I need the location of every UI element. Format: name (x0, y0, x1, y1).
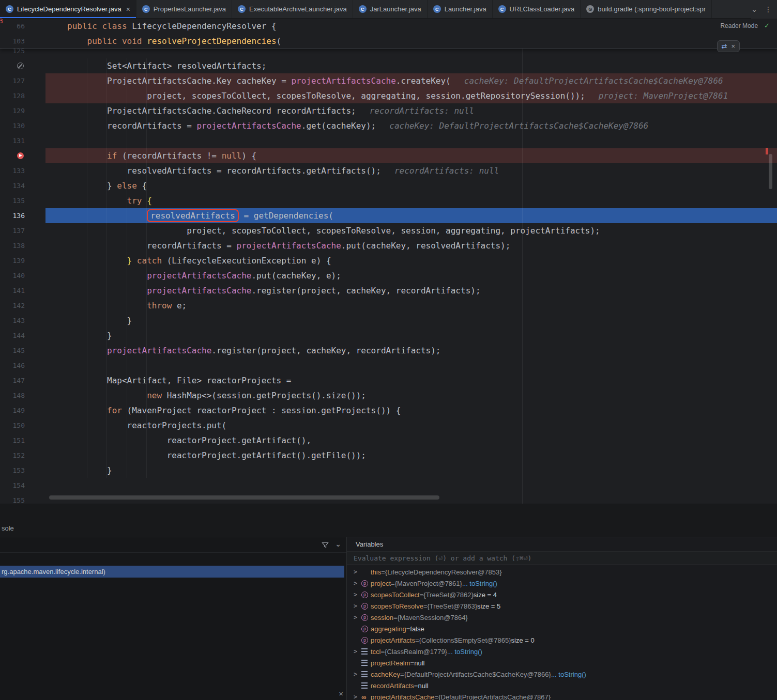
hidden-tabs-chevron-icon[interactable]: ⌄ (751, 5, 757, 13)
code-line[interactable]: 153 } (0, 463, 777, 478)
evaluate-expression-input[interactable]: Evaluate expression (⏎) or add a watch (… (347, 551, 777, 565)
code-line[interactable]: 136 resolvedArtifacts = getDependencies( (0, 208, 777, 223)
variable-row[interactable]: >cacheKey = {DefaultProjectArtifactsCach… (347, 668, 777, 680)
line-number[interactable]: 141 (0, 283, 25, 298)
expand-chevron-icon[interactable]: > (354, 648, 361, 655)
line-number[interactable]: 134 (0, 178, 25, 193)
line-number[interactable]: 152 (0, 448, 25, 463)
variable-row[interactable]: >tccl = {ClassRealm@1779} ... toString() (347, 646, 777, 657)
line-number[interactable]: 150 (0, 418, 25, 433)
variable-row[interactable]: pprojectArtifacts = {Collections$EmptySe… (347, 634, 777, 646)
code-line[interactable]: 147 Map<Artifact, File> reactorProjects … (0, 373, 777, 388)
editor-tab[interactable]: CPropertiesLauncher.java (136, 0, 232, 18)
line-number[interactable]: 147 (0, 373, 25, 388)
line-number[interactable]: 155 (0, 493, 25, 504)
editor-tab[interactable]: CLauncher.java (428, 0, 493, 18)
filter-chevron-icon[interactable]: ⌄ (335, 540, 341, 548)
muted-breakpoint-icon[interactable] (17, 63, 24, 69)
editor-tab[interactable]: CExecutableArchiveLauncher.java (232, 0, 353, 18)
line-number[interactable]: 131 (0, 133, 25, 148)
line-number[interactable]: 128 (0, 88, 25, 103)
line-number[interactable]: 127 (0, 73, 25, 88)
vertical-scrollbar-thumb[interactable] (769, 154, 772, 189)
tab-options-more-icon[interactable]: ⋮ (765, 5, 772, 13)
editor-tab[interactable]: Gbuild.gradle (:spring-boot-project:spr (581, 0, 712, 18)
code-line[interactable]: 131 (0, 133, 777, 148)
line-number[interactable]: 103 (0, 34, 25, 49)
expand-chevron-icon[interactable]: > (354, 614, 361, 621)
code-line[interactable]: 143 } (0, 313, 777, 328)
close-icon[interactable]: × (126, 6, 130, 13)
code-line[interactable]: 127 ProjectArtifactsCache.Key cacheKey =… (0, 73, 777, 88)
code-line[interactable]: 140 projectArtifactsCache.put(cacheKey, … (0, 268, 777, 283)
code-line[interactable]: 134 } else { (0, 178, 777, 193)
code-line[interactable]: 139 } catch (LifecycleExecutionException… (0, 253, 777, 268)
variable-row[interactable]: >pproject = {MavenProject@7861} ... toSt… (347, 578, 777, 589)
line-number[interactable]: 146 (0, 358, 25, 373)
code-line[interactable]: 142 throw e; (0, 298, 777, 313)
code-line[interactable]: 144 } (0, 328, 777, 343)
code-line[interactable]: 150 reactorProjects.put( (0, 418, 777, 433)
line-number[interactable]: 151 (0, 433, 25, 448)
expand-chevron-icon[interactable]: > (354, 602, 361, 610)
reader-mode-widget[interactable]: Reader Mode ✓ (720, 22, 770, 29)
variable-row[interactable]: projectRealm = null (347, 657, 777, 668)
pane-divider[interactable] (346, 537, 347, 700)
filter-funnel-icon[interactable] (322, 541, 329, 549)
code-line[interactable]: Set<Artifact> resolvedArtifacts; (0, 58, 777, 73)
expand-chevron-icon[interactable]: > (354, 568, 361, 575)
variable-row[interactable]: >∞projectArtifactsCache = {DefaultProjec… (347, 691, 777, 700)
editor-tab[interactable]: CURLClassLoader.java (493, 0, 581, 18)
expand-chevron-icon[interactable]: > (354, 671, 361, 678)
line-number[interactable]: 142 (0, 298, 25, 313)
line-number[interactable]: 66 (0, 19, 25, 34)
line-number[interactable]: 154 (0, 478, 25, 493)
variable-row[interactable]: >pscopesToResolve = {TreeSet@7863} size … (347, 600, 777, 612)
close-icon[interactable]: × (339, 689, 343, 698)
variable-row[interactable]: >pscopesToCollect = {TreeSet@7862} size … (347, 589, 777, 600)
reader-mode-label[interactable]: Reader Mode (720, 22, 758, 29)
code-line[interactable]: 152 reactorProject.getArtifact().getFile… (0, 448, 777, 463)
expand-chevron-icon[interactable]: > (354, 591, 361, 598)
line-number[interactable]: 149 (0, 403, 25, 418)
to-string-link[interactable]: ... toString() (447, 648, 482, 656)
close-icon[interactable]: × (731, 42, 735, 50)
breakpoint-hit-icon[interactable] (17, 152, 24, 159)
code-line[interactable]: if (recordArtifacts != null) { (0, 148, 777, 163)
editor-tab[interactable]: CLifecycleDependencyResolver.java× (0, 0, 136, 18)
line-number[interactable]: 144 (0, 328, 25, 343)
code-line[interactable]: 103 public void resolveProjectDependenci… (0, 34, 777, 49)
swap-arrows-icon[interactable]: ⇄ (722, 42, 727, 50)
horizontal-scrollbar-thumb[interactable] (49, 495, 439, 500)
code-editor[interactable]: 125 Set<Artifact> resolvedArtifacts;127 … (0, 19, 777, 504)
code-line[interactable]: 130 recordArtifacts = projectArtifactsCa… (0, 118, 777, 133)
code-line[interactable]: 148 new HashMap<>(session.getProjects().… (0, 388, 777, 403)
line-number[interactable]: 153 (0, 463, 25, 478)
code-line[interactable]: 145 projectArtifactsCache.register(proje… (0, 343, 777, 358)
code-line[interactable]: 128 project, scopesToCollect, scopesToRe… (0, 88, 777, 103)
code-line[interactable]: 149 for (MavenProject reactorProject : s… (0, 403, 777, 418)
variable-row[interactable]: paggregating = false (347, 623, 777, 634)
code-line[interactable]: 66public class LifecycleDependencyResolv… (0, 19, 777, 34)
code-line[interactable]: 137 project, scopesToCollect, scopesToRe… (0, 223, 777, 238)
line-number[interactable]: 135 (0, 193, 25, 208)
line-number[interactable]: 145 (0, 343, 25, 358)
line-number[interactable]: 148 (0, 388, 25, 403)
to-string-link[interactable]: ... toString() (551, 671, 586, 678)
line-number[interactable]: 136 (0, 208, 25, 223)
code-line[interactable]: 141 projectArtifactsCache.register(proje… (0, 283, 777, 298)
expand-chevron-icon[interactable]: > (354, 580, 361, 587)
code-line[interactable]: 151 reactorProject.getArtifact(), (0, 433, 777, 448)
line-number[interactable]: 129 (0, 103, 25, 118)
error-stripe-mark[interactable] (766, 148, 768, 154)
to-string-link[interactable]: ... toString() (462, 580, 497, 587)
variable-row[interactable]: recordArtifacts = null (347, 680, 777, 691)
console-tab-partial-label[interactable]: sole (2, 524, 14, 532)
editor-tab[interactable]: CJarLauncher.java (353, 0, 428, 18)
code-line[interactable]: 133 resolvedArtifacts = recordArtifacts.… (0, 163, 777, 178)
code-line[interactable]: 138 recordArtifacts = projectArtifactsCa… (0, 238, 777, 253)
line-number[interactable]: 130 (0, 118, 25, 133)
code-line[interactable]: 154 (0, 478, 777, 493)
line-number[interactable]: 138 (0, 238, 25, 253)
expand-chevron-icon[interactable]: > (354, 693, 361, 700)
